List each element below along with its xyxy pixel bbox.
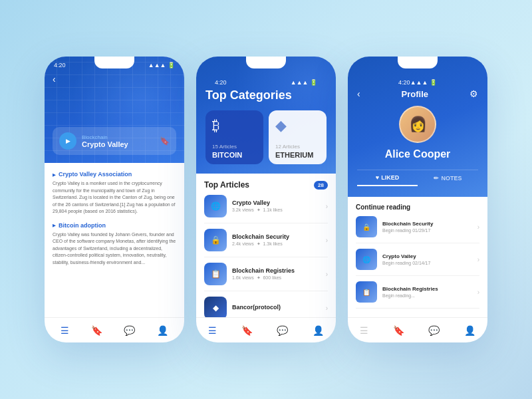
bottom-nav-3: ☰ 🔖 💬 👤 <box>348 317 487 342</box>
liked-label: LIKED <box>381 174 399 181</box>
reading-item-1[interactable]: 🔒 Blockchain Security Begin reading 01/2… <box>356 216 479 243</box>
phone-notch <box>94 57 134 68</box>
continue-reading-label: Continue reading <box>356 203 479 211</box>
reading-title-3: Blockchain Registries <box>382 286 472 292</box>
categories-title: Top Categories <box>205 88 327 102</box>
reading-title-1: Blockchain Security <box>382 221 472 227</box>
play-button[interactable]: ▶ <box>59 132 76 150</box>
reading-date-1: Begin reading 01/29/17 <box>382 228 472 233</box>
section2-title: Bitcoin adoption <box>53 222 176 229</box>
status-icons-1: ▲▲▲ 🔋 <box>148 62 175 68</box>
nav-bookmark-icon[interactable]: 🔖 <box>91 325 102 336</box>
nav-home-icon[interactable]: ☰ <box>61 325 69 336</box>
status-time-3: 4:20 <box>398 79 410 86</box>
article-name-1: Crypto Valley <box>232 200 321 206</box>
profile-content: Continue reading 🔒 Blockchain Security B… <box>348 197 487 317</box>
article-name-2: Blockchain Security <box>232 233 321 240</box>
nav-profile-2[interactable]: 👤 <box>313 325 324 336</box>
nav-bookmark-2[interactable]: 🔖 <box>241 325 253 336</box>
nav-profile-icon[interactable]: 👤 <box>157 325 168 336</box>
reading-info-2: Crypto Valley Begin reading 02/14/17 <box>382 253 472 265</box>
reading-thumb-2: 🌐 <box>356 249 377 270</box>
chevron-r3: › <box>477 289 479 296</box>
notes-label: NOTES <box>441 175 462 182</box>
article-category: Blockchain <box>82 134 160 140</box>
etherium-articles: 12 Articles <box>275 144 300 150</box>
bitcoin-icon: ₿ <box>212 117 219 134</box>
phone-profile: 4:20 ▲▲▲ 🔋 ‹ Profile ⚙ 👩 Alice Cooper ♥ … <box>348 57 487 342</box>
article-thumb-2: 🔒 <box>204 229 227 251</box>
article-item-4[interactable]: ◆ Bancor(protocol) › <box>204 297 328 317</box>
settings-icon[interactable]: ⚙ <box>469 88 478 99</box>
articles-badge: 28 <box>314 181 328 190</box>
nav-chat-2[interactable]: 💬 <box>277 325 288 336</box>
reading-date-3: Begin reading... <box>382 293 472 298</box>
article-item-1[interactable]: 🌐 Crypto Valley 3.2k views ✦ 1.1k likes … <box>204 195 328 223</box>
profile-title: Profile <box>402 89 428 99</box>
article-name-3: Blockchain Registries <box>232 267 321 274</box>
phone-notch-3 <box>398 57 438 68</box>
chevron-r2: › <box>477 256 479 263</box>
status-bar-2: 4:20 ▲▲▲ 🔋 <box>205 74 327 88</box>
reading-item-3[interactable]: 📋 Blockchain Registries Begin reading...… <box>356 281 479 309</box>
article-name-4: Bancor(protocol) <box>232 304 321 311</box>
reading-item-2[interactable]: 🌐 Crypto Valley Begin reading 02/14/17 › <box>356 249 479 276</box>
etherium-icon: ◆ <box>275 117 287 134</box>
reading-info-3: Blockchain Registries Begin reading... <box>382 286 472 298</box>
section1-title: Crypto Valley Association <box>53 171 176 178</box>
nav-profile-3[interactable]: 👤 <box>464 325 475 336</box>
profile-header: 4:20 ▲▲▲ 🔋 ‹ Profile ⚙ 👩 Alice Cooper ♥ … <box>348 57 487 197</box>
article-info-3: Blockchain Registries 1.6k views ✦ 600 l… <box>232 267 321 281</box>
play-info: Blockchain Crypto Valley <box>82 134 160 148</box>
bitcoin-articles: 15 Articles <box>212 144 237 150</box>
chevron-2: › <box>326 237 328 244</box>
phone-article: 4:20 ▲▲▲ 🔋 ‹ ▶ Blockchain Crypto Valley … <box>45 57 184 342</box>
tab-liked[interactable]: ♥ LIKED <box>357 170 418 186</box>
avatar: 👩 <box>399 106 436 143</box>
bottom-nav-2: ☰ 🔖 💬 👤 <box>196 317 336 342</box>
chevron-1: › <box>326 203 328 210</box>
article-thumb-3: 📋 <box>204 263 227 285</box>
article-thumb-4: ◆ <box>204 297 227 317</box>
profile-tabs: ♥ LIKED ✏ NOTES <box>357 170 478 186</box>
back-button-1[interactable]: ‹ <box>53 74 56 84</box>
liked-icon: ♥ <box>376 174 379 181</box>
bottom-nav-1: ☰ 🔖 💬 👤 <box>45 317 184 342</box>
article-item-2[interactable]: 🔒 Blockchain Security 2.4k views ✦ 1.3k … <box>204 229 328 257</box>
reading-title-2: Crypto Valley <box>382 253 472 259</box>
top-articles-label: Top Articles <box>204 180 249 190</box>
section2-text: Crypto Valley was founded by Johann Geve… <box>53 231 176 267</box>
bitcoin-name: BITCOIN <box>212 151 242 159</box>
status-bar-3: 4:20 ▲▲▲ 🔋 <box>389 74 446 88</box>
article-meta-2: 2.4k views ✦ 1.3k likes <box>232 241 321 247</box>
nav-home-2[interactable]: ☰ <box>208 325 217 336</box>
play-card[interactable]: ▶ Blockchain Crypto Valley 🔖 <box>53 127 176 155</box>
categories-row: ₿ 15 Articles BITCOIN ◆ 12 Articles ETHE… <box>205 110 327 164</box>
profile-name: Alice Cooper <box>385 148 451 160</box>
phone-notch-2 <box>246 57 286 68</box>
articles-content: Top Articles 28 🌐 Crypto Valley 3.2k vie… <box>196 174 336 317</box>
reading-thumb-3: 📋 <box>356 281 377 303</box>
status-time-1: 4:20 <box>54 62 66 68</box>
nav-home-3[interactable]: ☰ <box>360 325 368 336</box>
tab-notes[interactable]: ✏ NOTES <box>418 170 478 186</box>
chevron-4: › <box>326 305 328 312</box>
article-meta-3: 1.6k views ✦ 600 likes <box>232 275 321 281</box>
chevron-3: › <box>326 271 328 278</box>
bitcoin-card[interactable]: ₿ 15 Articles BITCOIN <box>205 110 263 164</box>
nav-bookmark-3[interactable]: 🔖 <box>393 325 404 336</box>
article-header: 4:20 ▲▲▲ 🔋 ‹ ▶ Blockchain Crypto Valley … <box>45 57 184 163</box>
phone-categories: 4:20 ▲▲▲ 🔋 Top Categories ₿ 15 Articles … <box>196 57 336 342</box>
articles-section-header: Top Articles 28 <box>204 180 328 190</box>
notes-icon: ✏ <box>434 175 439 182</box>
etherium-name: ETHERIUM <box>275 151 313 159</box>
back-button-3[interactable]: ‹ <box>357 88 360 99</box>
bookmark-icon[interactable]: 🔖 <box>160 136 170 146</box>
nav-chat-3[interactable]: 💬 <box>428 325 440 336</box>
etherium-card[interactable]: ◆ 12 Articles ETHERIUM <box>269 110 327 164</box>
nav-chat-icon[interactable]: 💬 <box>124 325 135 336</box>
status-time-2: 4:20 <box>215 79 227 86</box>
article-item-3[interactable]: 📋 Blockchain Registries 1.6k views ✦ 600… <box>204 263 328 291</box>
article-content: Crypto Valley Association Crypto Valley … <box>45 163 184 317</box>
article-info-2: Blockchain Security 2.4k views ✦ 1.3k li… <box>232 233 321 247</box>
